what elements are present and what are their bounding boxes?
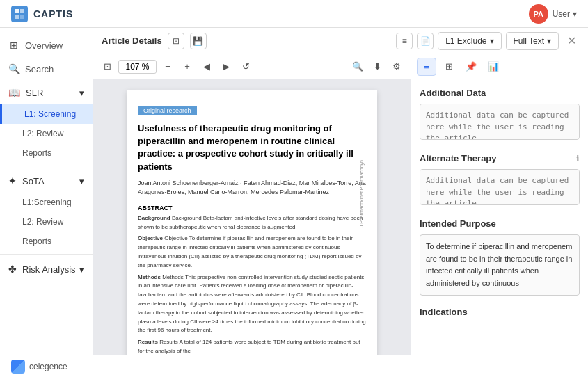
user-avatar: PA [529,4,548,24]
pdf-settings-btn[interactable]: ⚙ [388,58,405,75]
right-panel: ≡ ⊞ 📌 📊 Addition [411,54,588,355]
bottom-logo: celegence [11,360,67,374]
close-btn[interactable]: ✕ [563,33,580,49]
logo-area: CAPTIS [11,6,102,22]
pdf-abstract-title: ABSTRACT [138,204,366,211]
article-details-title: Article Details [102,35,162,46]
risk-icon: ✤ [8,264,17,275]
alternate-therapy-input[interactable] [420,169,580,205]
sota-l2-label: L2: Review [22,217,63,227]
tab-grid-btn[interactable]: ⊞ [439,58,459,76]
prev-icon: ◀ [203,61,210,72]
alternate-therapy-title: Alternate Therapy [420,153,497,163]
pdf-body-text: Background Background Beta-lactam anti-i… [138,214,366,355]
svg-rect-2 [15,15,19,19]
l1-screening-label: L1: Screening [24,109,76,119]
right-panel-tabs: ≡ ⊞ 📌 📊 [411,54,588,79]
main-layout: ⊞ Overview 🔍 Search 📖 SLR ▾ L1: Screenin… [0,28,588,355]
full-text-label: Full Text [514,36,544,46]
indications-header: Indications [420,307,580,317]
sidebar-risk-label: Risk Analysis [22,264,76,275]
pdf-content[interactable]: Original research Usefulness of therapeu… [93,79,411,355]
sidebar-divider-1 [0,166,93,166]
search-icon: 🔍 [352,61,363,72]
sidebar-item-l2-review[interactable]: L2: Review [0,124,93,143]
pdf-page: Original research Usefulness of therapeu… [127,90,377,355]
pdf-badge: Original research [138,106,197,115]
sidebar-item-sota-reports[interactable]: Reports [0,232,93,251]
sidebar-item-slr-reports[interactable]: Reports [0,143,93,163]
celegence-logo-icon [11,360,25,374]
celegence-logo-text: celegence [29,362,67,371]
panel-toggle-btn[interactable]: ≡ [396,33,413,49]
intended-purpose-header: Intended Purpose [420,218,580,229]
zoom-in-btn[interactable]: + [179,58,196,75]
additional-data-header: Additional Data [420,88,580,98]
panel-icon-btn-2[interactable]: 📄 [417,33,434,49]
sidebar-overview-label: Overview [25,40,63,51]
intended-purpose-content: To determine if piperacillin and meropen… [420,234,580,296]
additional-data-title: Additional Data [420,88,486,98]
l1-exclude-btn[interactable]: L1 Exclude ▾ [438,32,501,50]
right-panel-content: Additional Data Alternate Therapy ℹ [411,79,588,355]
bottom-bar: celegence [0,355,588,377]
article-icon-btn-2[interactable]: 💾 [190,33,207,49]
article-icon-btn-1[interactable]: ⊡ [168,33,184,49]
search-icon: 🔍 [8,63,19,74]
sota-icon: ✦ [8,175,17,186]
article-header: Article Details ⊡ 💾 ≡ 📄 L1 Exclude ▾ [93,28,588,54]
doc-view-icon: 📄 [420,36,431,46]
prev-page-btn[interactable]: ◀ [198,58,215,75]
pdf-download-btn[interactable]: ⬇ [369,58,386,75]
slr-chevron-icon: ▾ [79,88,84,98]
download-icon: ⬇ [374,61,381,72]
content-area: Article Details ⊡ 💾 ≡ 📄 L1 Exclude ▾ [93,28,588,355]
zoom-display[interactable]: 107 % [118,60,157,74]
alternate-therapy-section: Alternate Therapy ℹ [420,153,580,207]
overview-icon: ⊞ [8,40,19,51]
next-page-btn[interactable]: ▶ [218,58,235,75]
user-menu[interactable]: User ▾ [553,9,577,19]
save-icon: 💾 [193,36,203,46]
svg-rect-0 [15,9,19,13]
indications-title: Indications [420,307,468,317]
sidebar-sota-header[interactable]: ✦ SoTA ▾ [0,169,93,193]
alternate-therapy-info-icon[interactable]: ℹ [576,154,580,163]
pdf-authors: Joan Antoni Schoenenberger-Arnaiz · Fate… [138,179,366,198]
tab-pin-btn[interactable]: 📌 [461,58,481,76]
alternate-therapy-header: Alternate Therapy ℹ [420,153,580,163]
intended-purpose-section: Intended Purpose To determine if piperac… [420,218,580,296]
sidebar-divider-2 [0,254,93,255]
slr-reports-label: Reports [22,148,51,158]
sidebar-slr-label: SLR [26,88,43,98]
sidebar-item-sota-l1[interactable]: L1:Screening [0,193,93,212]
chart-icon: 📊 [488,61,499,72]
l2-review-label: L2: Review [22,129,63,138]
collapse-panel-btn[interactable]: › [411,191,411,218]
sidebar-item-search[interactable]: 🔍 Search [0,57,93,81]
slr-icon: 📖 [8,87,20,98]
sidebar-risk-header[interactable]: ✤ Risk Analysis ▾ [0,257,93,281]
additional-data-input[interactable] [420,104,580,140]
svg-rect-3 [20,15,24,19]
rotate-btn[interactable]: ↺ [237,58,254,75]
pdf-fit-btn[interactable]: ⊡ [99,58,116,75]
intended-purpose-title: Intended Purpose [420,218,496,229]
zoom-out-btn[interactable]: − [159,58,176,75]
pdf-title: Usefulness of therapeutic drug monitorin… [138,122,366,173]
grid-icon: ⊞ [445,61,453,72]
sidebar-item-sota-l2[interactable]: L2: Review [0,212,93,232]
sidebar-item-l1-screening[interactable]: L1: Screening [0,104,93,124]
full-text-btn[interactable]: Full Text ▾ [506,32,559,50]
sidebar-slr-header[interactable]: 📖 SLR ▾ [0,81,93,104]
indications-section: Indications [420,307,580,317]
additional-data-section: Additional Data [420,88,580,142]
rotate-icon: ↺ [242,61,250,72]
pdf-panel: ⊡ 107 % − + ◀ ▶ ↺ [93,54,411,355]
sota-l1-label: L1:Screening [22,198,72,207]
pdf-search-btn[interactable]: 🔍 [349,58,366,75]
tab-chart-btn[interactable]: 📊 [484,58,503,76]
sidebar-sota-label: SoTA [22,176,45,186]
sidebar-item-overview[interactable]: ⊞ Overview [0,33,93,57]
tab-list-btn[interactable]: ≡ [417,58,436,76]
